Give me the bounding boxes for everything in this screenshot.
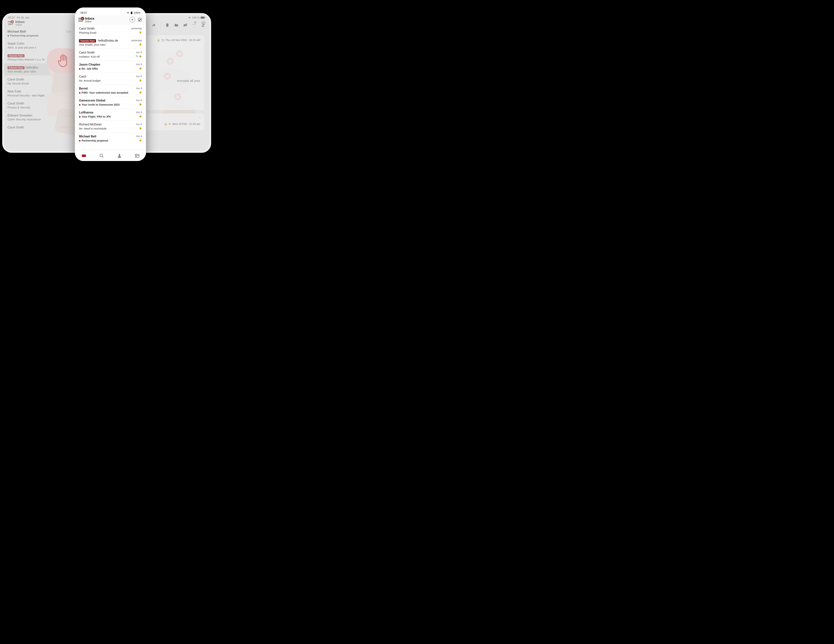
compose-icon[interactable] (201, 23, 205, 28)
email-row[interactable]: BerndFWD: Your submission was accepted.J… (75, 84, 146, 96)
attachment-icon: 📎 (136, 55, 139, 57)
nav-calendar-icon[interactable] (135, 153, 140, 158)
thread-icon[interactable] (129, 17, 135, 23)
lock-icon: 🔒 (139, 126, 142, 129)
svg-rect-10 (135, 154, 139, 157)
phone-device: 08:07 100% 1 Inbox Online Carol SmithPhi… (75, 8, 146, 161)
svg-rect-12 (136, 156, 137, 157)
battery-icon (131, 11, 133, 14)
unread-dot-icon (79, 140, 81, 142)
hamburger-menu-button[interactable]: 1 (78, 18, 83, 21)
lock-icon: 🔒 (157, 39, 160, 42)
svg-rect-4 (131, 12, 133, 14)
hide-icon[interactable] (183, 23, 187, 28)
phone-battery-label: 100% (134, 11, 141, 14)
svg-point-9 (118, 154, 120, 156)
lock-icon: 🔒 (139, 66, 142, 70)
trash-icon[interactable] (165, 23, 170, 28)
lock-icon: 🔒 (139, 31, 142, 34)
email-sender: Steph Cohn (8, 42, 69, 45)
email-subject: Your invite to Gamescom 2023 (79, 103, 142, 106)
unread-dot-icon (79, 104, 81, 105)
unread-badge: 1 (81, 17, 84, 20)
lock-icon: 🔒 (139, 103, 142, 105)
email-row[interactable]: CarolRe: Annual budgetJun 4🔒 (75, 73, 146, 84)
wifi-icon (126, 11, 129, 14)
email-date: Jun 4 (136, 87, 142, 90)
lock-icon: 🔒 (139, 139, 142, 141)
email-meta-date: Mon 13 Feb · 11:43 am (172, 123, 200, 125)
email-subject: Partnership proposal (8, 34, 69, 37)
compose-icon[interactable] (137, 17, 142, 23)
more-icon[interactable]: ··· (192, 23, 197, 28)
lock-icon: 🔒 (164, 123, 167, 125)
phone-header: 1 Inbox Online (75, 15, 146, 25)
unread-dot-icon (8, 35, 9, 37)
email-row[interactable]: Jason ChaplenRe: Job OfferJun 5🔒 (75, 60, 146, 73)
lock-icon: 🔒 (139, 43, 142, 45)
email-row[interactable]: LufthansaYour Flight: FRA to JFKJun 4🔒 (75, 108, 146, 120)
email-meta-date: Thu, 24 Nov 2022 · 10:15 am (165, 39, 200, 42)
email-date: yesterday (131, 27, 142, 30)
folder-icon[interactable] (174, 23, 179, 28)
sent-icon: ✈ (169, 123, 171, 125)
svg-point-7 (100, 154, 103, 157)
toolbar-separator (160, 23, 161, 28)
svg-rect-0 (200, 16, 204, 19)
tablet-status-left: 07:37 Fri 16. Jun (8, 16, 29, 19)
tablet-status-time: 07:37 (8, 16, 15, 19)
tablet-status-date: Fri 16. Jun (17, 16, 29, 19)
email-row[interactable]: Carol SmithInvitation: Kick-offJun 5🔒📎 (75, 49, 146, 60)
email-subject: Re: Need to reschedule (79, 127, 142, 130)
email-date: 3 Ju (66, 30, 71, 33)
email-row[interactable]: Tutanota Team hello@tutao.deYour emails,… (75, 37, 146, 49)
inbox-title: Inbox (85, 16, 128, 21)
battery-icon (200, 16, 205, 19)
email-sender: Richard McEwan (79, 123, 142, 126)
email-subject: Re: Annual budget (79, 79, 142, 83)
email-sender: Lufthansa (79, 111, 142, 115)
svg-rect-1 (205, 17, 205, 18)
email-sender: Bernd (79, 87, 142, 91)
email-sender: Gamescom Global (79, 99, 142, 103)
inbox-chip-icon: ◳ (162, 39, 164, 42)
nav-contacts-icon[interactable] (117, 153, 122, 158)
email-date: Jun 4 (136, 135, 142, 138)
unread-dot-icon (79, 92, 81, 94)
hamburger-menu-button[interactable]: 1 (8, 21, 13, 25)
email-row[interactable]: Carol SmithPhishing Emailyesterday🔒 (75, 25, 146, 37)
lock-icon: 🔒 (139, 79, 142, 81)
email-date: Jun 5 (136, 51, 142, 54)
inbox-title: Inbox (15, 20, 25, 24)
email-sender: Michael Bell (79, 134, 142, 139)
card-more-icon[interactable]: ··· (198, 37, 201, 41)
team-badge: Tutanota Team (8, 66, 24, 69)
svg-rect-5 (131, 11, 132, 12)
email-date: Jun 5 (136, 63, 142, 66)
online-status: Online (85, 20, 128, 23)
card-more-icon[interactable]: ··· (198, 116, 201, 119)
nav-mail-icon[interactable] (81, 153, 86, 158)
email-date: Jun 4 (136, 123, 142, 126)
email-date: Jun 4 (136, 99, 142, 102)
tablet-status-right: 100 % (188, 16, 205, 19)
email-date: Jun 4 (136, 75, 142, 78)
unread-badge: 1 (10, 20, 14, 24)
phone-email-list[interactable]: Carol SmithPhishing Emailyesterday🔒Tutan… (75, 25, 146, 144)
team-badge: Tutanota Team (79, 39, 96, 42)
email-subject: Your emails, your rules (79, 43, 142, 47)
unread-dot-icon (79, 116, 81, 118)
forward-icon[interactable] (152, 23, 156, 28)
email-row[interactable]: Gamescom GlobalYour invite to Gamescom 2… (75, 96, 146, 108)
email-sender: Carol (79, 75, 142, 79)
email-subject: Phishing Email (79, 31, 142, 34)
email-sender: Carol Smith (79, 51, 142, 55)
wifi-icon (188, 16, 191, 19)
tablet-toolbar: ··· (142, 23, 205, 28)
unread-dot-icon (79, 68, 81, 70)
email-row[interactable]: Michael BellPartnership proposalJun 4🔒 (75, 133, 146, 144)
nav-search-icon[interactable] (99, 153, 104, 158)
email-row[interactable]: Richard McEwanRe: Need to rescheduleJun … (75, 120, 146, 133)
team-badge: Tutanota Team (8, 54, 24, 57)
email-row[interactable]: Michael BellPartnership proposal3 Ju (4, 28, 73, 39)
